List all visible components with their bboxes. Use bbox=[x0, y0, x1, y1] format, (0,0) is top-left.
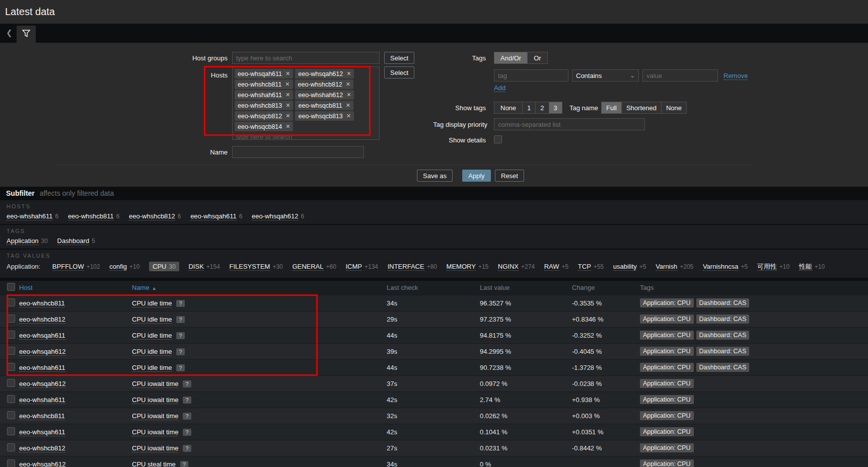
item-name-link[interactable]: CPU iowait time bbox=[132, 396, 178, 404]
row-checkbox[interactable] bbox=[7, 298, 15, 306]
remove-chip-icon[interactable]: ✕ bbox=[346, 102, 350, 109]
subfilter-link[interactable]: 性能 bbox=[799, 263, 812, 271]
subfilter-link[interactable]: usability bbox=[613, 263, 637, 271]
host-link[interactable]: eeo-whsqah612 bbox=[19, 380, 66, 388]
subfilter-link[interactable]: eeo-whshah611 bbox=[7, 212, 53, 220]
item-name-link[interactable]: CPU iowait time bbox=[132, 412, 178, 420]
item-name-link[interactable]: CPU idle time bbox=[132, 348, 172, 356]
remove-chip-icon[interactable]: ✕ bbox=[346, 81, 350, 88]
help-icon[interactable]: ? bbox=[176, 332, 184, 339]
subfilter-link[interactable]: CPU bbox=[153, 263, 166, 271]
help-icon[interactable]: ? bbox=[183, 413, 191, 420]
subfilter-link[interactable]: Varnish bbox=[656, 263, 677, 271]
save-as-button[interactable]: Save as bbox=[417, 170, 453, 182]
filter-tab[interactable] bbox=[17, 26, 36, 43]
tag-remove-link[interactable]: Remove bbox=[724, 72, 748, 80]
subfilter-link[interactable]: BPFFLOW bbox=[52, 263, 84, 271]
collapse-left-icon[interactable]: ❮ bbox=[6, 28, 13, 37]
host-link[interactable]: eeo-whshcb811 bbox=[19, 412, 65, 420]
host-groups-input[interactable] bbox=[232, 52, 380, 64]
help-icon[interactable]: ? bbox=[176, 300, 184, 307]
tag-add-link[interactable]: Add bbox=[494, 84, 505, 92]
column-host[interactable]: Host bbox=[19, 284, 33, 291]
help-icon[interactable]: ? bbox=[176, 316, 184, 323]
host-groups-select-button[interactable]: Select bbox=[384, 52, 414, 64]
remove-chip-icon[interactable]: ✕ bbox=[285, 70, 290, 77]
subfilter-link[interactable]: eeo-whsqah611 bbox=[190, 212, 237, 220]
host-link[interactable]: eeo-whshcb812 bbox=[19, 444, 65, 452]
reset-button[interactable]: Reset bbox=[495, 170, 524, 182]
item-name-link[interactable]: CPU steal time bbox=[132, 460, 176, 467]
row-checkbox[interactable] bbox=[7, 315, 15, 323]
remove-chip-icon[interactable]: ✕ bbox=[285, 81, 290, 88]
remove-chip-icon[interactable]: ✕ bbox=[285, 92, 290, 98]
row-checkbox[interactable] bbox=[7, 443, 15, 451]
help-icon[interactable]: ? bbox=[176, 364, 184, 371]
item-name-link[interactable]: CPU iowait time bbox=[132, 380, 178, 388]
host-link[interactable]: eeo-whsqah611 bbox=[19, 332, 65, 340]
subfilter-link[interactable]: config bbox=[109, 263, 127, 271]
subfilter-link[interactable]: TCP bbox=[578, 263, 591, 271]
tag-name-none[interactable]: None bbox=[662, 102, 687, 114]
remove-chip-icon[interactable]: ✕ bbox=[346, 70, 351, 77]
row-checkbox[interactable] bbox=[7, 459, 15, 467]
show-tags-1[interactable]: 1 bbox=[523, 102, 536, 114]
name-input[interactable] bbox=[232, 146, 364, 158]
show-details-checkbox[interactable] bbox=[494, 135, 502, 143]
host-link[interactable]: eeo-whsqah611 bbox=[19, 428, 65, 436]
subfilter-link[interactable]: eeo-whshcb812 bbox=[129, 212, 175, 220]
tags-operator-or[interactable]: Or bbox=[528, 52, 547, 64]
show-tags-2[interactable]: 2 bbox=[536, 102, 549, 114]
subfilter-link[interactable]: ICMP bbox=[346, 263, 363, 271]
tag-name-input[interactable] bbox=[494, 69, 568, 82]
row-checkbox[interactable] bbox=[7, 379, 15, 387]
item-name-link[interactable]: CPU iowait time bbox=[132, 444, 178, 452]
help-icon[interactable]: ? bbox=[183, 380, 191, 387]
hosts-select-button[interactable]: Select bbox=[384, 66, 414, 79]
subfilter-link[interactable]: INTERFACE bbox=[388, 263, 424, 271]
row-checkbox[interactable] bbox=[7, 331, 15, 339]
row-checkbox[interactable] bbox=[7, 427, 15, 435]
host-link[interactable]: eeo-whshcb811 bbox=[19, 299, 65, 307]
subfilter-link[interactable]: RAW bbox=[544, 263, 559, 271]
subfilter-link[interactable]: FILESYSTEM bbox=[229, 263, 270, 271]
row-checkbox[interactable] bbox=[7, 395, 15, 403]
subfilter-link[interactable]: Dashboard bbox=[57, 237, 90, 245]
show-tags-none[interactable]: None bbox=[494, 102, 523, 114]
host-link[interactable]: eeo-whshah611 bbox=[19, 396, 65, 404]
item-name-link[interactable]: CPU idle time bbox=[132, 299, 172, 307]
host-link[interactable]: eeo-whshah611 bbox=[19, 364, 65, 372]
select-all-checkbox[interactable] bbox=[7, 283, 15, 291]
remove-chip-icon[interactable]: ✕ bbox=[285, 113, 290, 119]
help-icon[interactable]: ? bbox=[183, 445, 191, 452]
remove-chip-icon[interactable]: ✕ bbox=[346, 113, 351, 119]
apply-button[interactable]: Apply bbox=[462, 170, 491, 182]
row-checkbox[interactable] bbox=[7, 411, 15, 419]
tags-operator-andor[interactable]: And/Or bbox=[494, 52, 528, 64]
hosts-multiselect[interactable]: eeo-whsqah611✕ eeo-whsqah612✕ eeo-whshcb… bbox=[232, 66, 380, 140]
remove-chip-icon[interactable]: ✕ bbox=[285, 102, 290, 109]
tag-name-full[interactable]: Full bbox=[601, 102, 622, 114]
row-checkbox[interactable] bbox=[7, 347, 15, 355]
subfilter-link[interactable]: Application bbox=[7, 237, 39, 245]
subfilter-link[interactable]: NGINX bbox=[498, 263, 519, 271]
subfilter-link[interactable]: 可用性 bbox=[757, 263, 777, 271]
subfilter-link[interactable]: GENERAL bbox=[292, 263, 323, 271]
help-icon[interactable]: ? bbox=[176, 348, 184, 355]
tag-value-input[interactable] bbox=[642, 69, 718, 82]
subfilter-link[interactable]: MEMORY bbox=[447, 263, 476, 271]
help-icon[interactable]: ? bbox=[183, 429, 191, 436]
tag-name-shortened[interactable]: Shortened bbox=[622, 102, 662, 114]
tag-display-priority-input[interactable] bbox=[494, 118, 645, 130]
remove-chip-icon[interactable]: ✕ bbox=[346, 92, 351, 98]
subfilter-link[interactable]: Varnishncsa bbox=[703, 263, 739, 271]
item-name-link[interactable]: CPU idle time bbox=[132, 316, 172, 324]
subfilter-link[interactable]: eeo-whsqah612 bbox=[252, 212, 299, 220]
host-link[interactable]: eeo-whshcb812 bbox=[19, 316, 65, 324]
help-icon[interactable]: ? bbox=[183, 397, 191, 404]
item-name-link[interactable]: CPU iowait time bbox=[132, 428, 178, 436]
column-name[interactable]: Name bbox=[132, 284, 150, 291]
item-name-link[interactable]: CPU idle time bbox=[132, 364, 172, 372]
remove-chip-icon[interactable]: ✕ bbox=[285, 123, 290, 130]
item-name-link[interactable]: CPU idle time bbox=[132, 332, 172, 340]
